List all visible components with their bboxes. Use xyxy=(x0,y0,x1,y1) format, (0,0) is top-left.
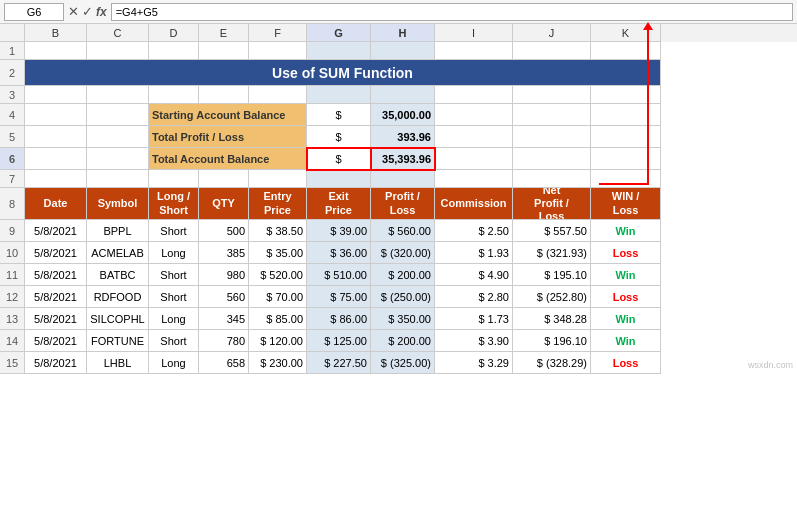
col-header-I[interactable]: I xyxy=(435,24,513,42)
fx-icon[interactable]: fx xyxy=(96,5,107,19)
col-header-D[interactable]: D xyxy=(149,24,199,42)
cell-win-loss-14[interactable]: Win xyxy=(591,330,661,352)
cell-B2[interactable]: Use of SUM Function xyxy=(25,60,661,86)
cell-long-short-13[interactable]: Long xyxy=(149,308,199,330)
cell-entry-11[interactable]: $ 520.00 xyxy=(249,264,307,286)
cell-net-12[interactable]: $ (252.80) xyxy=(513,286,591,308)
cell-net-11[interactable]: $ 195.10 xyxy=(513,264,591,286)
cell-profit-15[interactable]: $ (325.00) xyxy=(371,352,435,374)
formula-input[interactable]: =G4+G5 xyxy=(111,3,793,21)
cell-exit-10[interactable]: $ 36.00 xyxy=(307,242,371,264)
cell-profit-14[interactable]: $ 200.00 xyxy=(371,330,435,352)
cell-qty-10[interactable]: 385 xyxy=(199,242,249,264)
cell-symbol-15[interactable]: LHBL xyxy=(87,352,149,374)
col-header-C[interactable]: C xyxy=(87,24,149,42)
cell-exit-12[interactable]: $ 75.00 xyxy=(307,286,371,308)
cell-qty-14[interactable]: 780 xyxy=(199,330,249,352)
cell-qty-13[interactable]: 345 xyxy=(199,308,249,330)
cell-H4-value[interactable]: 35,000.00 xyxy=(371,104,435,126)
cell-B1[interactable] xyxy=(25,42,87,60)
cell-profit-13[interactable]: $ 350.00 xyxy=(371,308,435,330)
cell-G6-dollar[interactable]: $ xyxy=(307,148,371,170)
cell-entry-14[interactable]: $ 120.00 xyxy=(249,330,307,352)
cell-symbol-9[interactable]: BPPL xyxy=(87,220,149,242)
cell-win-loss-13[interactable]: Win xyxy=(591,308,661,330)
cell-exit-9[interactable]: $ 39.00 xyxy=(307,220,371,242)
cell-symbol-13[interactable]: SILCOPHL xyxy=(87,308,149,330)
col-header-B[interactable]: B xyxy=(25,24,87,42)
cell-commission-14[interactable]: $ 3.90 xyxy=(435,330,513,352)
cell-entry-9[interactable]: $ 38.50 xyxy=(249,220,307,242)
cell-E1[interactable] xyxy=(199,42,249,60)
cell-H5-value[interactable]: 393.96 xyxy=(371,126,435,148)
cell-K1[interactable] xyxy=(591,42,661,60)
cell-win-loss-15[interactable]: Loss xyxy=(591,352,661,374)
cell-date-10[interactable]: 5/8/2021 xyxy=(25,242,87,264)
cell-H1[interactable] xyxy=(371,42,435,60)
cell-date-11[interactable]: 5/8/2021 xyxy=(25,264,87,286)
cell-net-9[interactable]: $ 557.50 xyxy=(513,220,591,242)
cell-profit-12[interactable]: $ (250.00) xyxy=(371,286,435,308)
cell-net-14[interactable]: $ 196.10 xyxy=(513,330,591,352)
cell-entry-10[interactable]: $ 35.00 xyxy=(249,242,307,264)
cell-J1[interactable] xyxy=(513,42,591,60)
cell-win-loss-10[interactable]: Loss xyxy=(591,242,661,264)
cell-symbol-14[interactable]: FORTUNE xyxy=(87,330,149,352)
cell-long-short-9[interactable]: Short xyxy=(149,220,199,242)
cell-date-12[interactable]: 5/8/2021 xyxy=(25,286,87,308)
cell-date-13[interactable]: 5/8/2021 xyxy=(25,308,87,330)
cell-date-15[interactable]: 5/8/2021 xyxy=(25,352,87,374)
cell-qty-9[interactable]: 500 xyxy=(199,220,249,242)
cell-entry-12[interactable]: $ 70.00 xyxy=(249,286,307,308)
cell-commission-11[interactable]: $ 4.90 xyxy=(435,264,513,286)
cell-win-loss-11[interactable]: Win xyxy=(591,264,661,286)
cell-profit-11[interactable]: $ 200.00 xyxy=(371,264,435,286)
cell-net-10[interactable]: $ (321.93) xyxy=(513,242,591,264)
cell-entry-15[interactable]: $ 230.00 xyxy=(249,352,307,374)
cell-long-short-11[interactable]: Short xyxy=(149,264,199,286)
cell-D1[interactable] xyxy=(149,42,199,60)
cell-symbol-11[interactable]: BATBC xyxy=(87,264,149,286)
cell-G5-dollar[interactable]: $ xyxy=(307,126,371,148)
cell-F1[interactable] xyxy=(249,42,307,60)
cell-commission-15[interactable]: $ 3.29 xyxy=(435,352,513,374)
col-header-E[interactable]: E xyxy=(199,24,249,42)
cell-commission-13[interactable]: $ 1.73 xyxy=(435,308,513,330)
cell-long-short-12[interactable]: Short xyxy=(149,286,199,308)
cell-H6-value[interactable]: 35,393.96 xyxy=(371,148,435,170)
cell-I1[interactable] xyxy=(435,42,513,60)
cell-net-13[interactable]: $ 348.28 xyxy=(513,308,591,330)
cell-qty-12[interactable]: 560 xyxy=(199,286,249,308)
cell-entry-13[interactable]: $ 85.00 xyxy=(249,308,307,330)
cell-commission-10[interactable]: $ 1.93 xyxy=(435,242,513,264)
cell-reference[interactable]: G6 xyxy=(4,3,64,21)
cell-symbol-12[interactable]: RDFOOD xyxy=(87,286,149,308)
cell-net-15[interactable]: $ (328.29) xyxy=(513,352,591,374)
col-header-F[interactable]: F xyxy=(249,24,307,42)
cell-exit-14[interactable]: $ 125.00 xyxy=(307,330,371,352)
cell-commission-12[interactable]: $ 2.80 xyxy=(435,286,513,308)
cell-profit-9[interactable]: $ 560.00 xyxy=(371,220,435,242)
cell-exit-11[interactable]: $ 510.00 xyxy=(307,264,371,286)
cell-win-loss-12[interactable]: Loss xyxy=(591,286,661,308)
cell-qty-15[interactable]: 658 xyxy=(199,352,249,374)
cell-exit-13[interactable]: $ 86.00 xyxy=(307,308,371,330)
col-header-J[interactable]: J xyxy=(513,24,591,42)
cell-exit-15[interactable]: $ 227.50 xyxy=(307,352,371,374)
cell-long-short-10[interactable]: Long xyxy=(149,242,199,264)
cell-G4-dollar[interactable]: $ xyxy=(307,104,371,126)
cell-long-short-15[interactable]: Long xyxy=(149,352,199,374)
col-header-G[interactable]: G xyxy=(307,24,371,42)
cell-symbol-10[interactable]: ACMELAB xyxy=(87,242,149,264)
cell-qty-11[interactable]: 980 xyxy=(199,264,249,286)
cell-profit-10[interactable]: $ (320.00) xyxy=(371,242,435,264)
cell-long-short-14[interactable]: Short xyxy=(149,330,199,352)
cell-G1[interactable] xyxy=(307,42,371,60)
cell-win-loss-9[interactable]: Win xyxy=(591,220,661,242)
cell-C1[interactable] xyxy=(87,42,149,60)
cancel-icon[interactable]: ✕ xyxy=(68,4,79,19)
cell-commission-9[interactable]: $ 2.50 xyxy=(435,220,513,242)
cell-date-9[interactable]: 5/8/2021 xyxy=(25,220,87,242)
col-header-H[interactable]: H xyxy=(371,24,435,42)
confirm-icon[interactable]: ✓ xyxy=(82,4,93,19)
